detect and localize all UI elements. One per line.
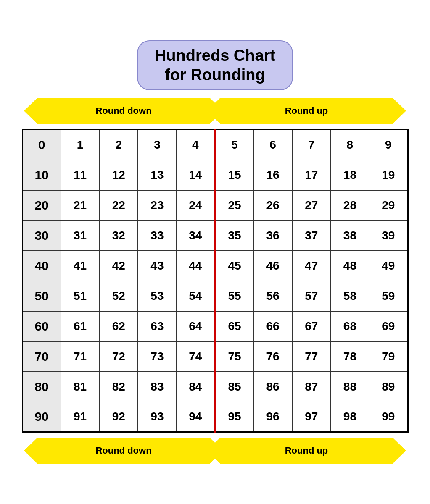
number-cell: 45 (215, 251, 253, 281)
number-cell: 64 (177, 311, 215, 341)
tens-cell: 40 (22, 251, 61, 281)
number-cell: 85 (215, 372, 253, 402)
bottom-arrow-left-container: Round down (37, 438, 213, 464)
number-cell: 13 (138, 160, 177, 190)
number-cell: 44 (177, 251, 215, 281)
title-box: Hundreds Chart for Rounding (137, 40, 293, 90)
number-cell: 47 (292, 251, 331, 281)
tens-cell: 70 (22, 341, 61, 372)
number-cell: 94 (177, 402, 215, 432)
table-row: 20212223242526272829 (22, 190, 408, 220)
number-cell: 65 (215, 311, 253, 341)
top-arrows: Round down Round up (22, 98, 409, 124)
number-cell: 88 (331, 372, 369, 402)
number-cell: 38 (331, 220, 369, 251)
tens-cell: 90 (22, 402, 61, 432)
number-cell: 51 (61, 281, 100, 311)
number-cell: 95 (215, 402, 253, 432)
table-row: 30313233343536373839 (22, 220, 408, 251)
number-cell: 69 (369, 311, 408, 341)
tens-cell: 30 (22, 220, 61, 251)
number-cell: 33 (138, 220, 177, 251)
number-cell: 35 (215, 220, 253, 251)
table-row: 80818283848586878889 (22, 372, 408, 402)
number-cell: 75 (215, 341, 253, 372)
number-cell: 34 (177, 220, 215, 251)
number-cell: 98 (331, 402, 369, 432)
number-cell: 27 (292, 190, 331, 220)
table-row: 90919293949596979899 (22, 402, 408, 432)
number-cell: 11 (61, 160, 100, 190)
number-cell: 54 (177, 281, 215, 311)
table-row: 10111213141516171819 (22, 160, 408, 190)
top-round-down-arrow: Round down (37, 98, 210, 124)
number-cell: 8 (331, 130, 369, 160)
number-cell: 68 (331, 311, 369, 341)
table-row: 40414243444546474849 (22, 251, 408, 281)
number-cell: 59 (369, 281, 408, 311)
number-cell: 81 (61, 372, 100, 402)
number-cell: 63 (138, 311, 177, 341)
title-text: Hundreds Chart for Rounding (155, 46, 275, 84)
number-cell: 71 (61, 341, 100, 372)
table-row: 50515253545556575859 (22, 281, 408, 311)
number-cell: 93 (138, 402, 177, 432)
number-cell: 25 (215, 190, 253, 220)
number-cell: 46 (253, 251, 292, 281)
number-cell: 9 (369, 130, 408, 160)
number-cell: 58 (331, 281, 369, 311)
number-cell: 3 (138, 130, 177, 160)
number-cell: 6 (253, 130, 292, 160)
number-cell: 82 (99, 372, 138, 402)
number-cell: 67 (292, 311, 331, 341)
number-cell: 56 (253, 281, 292, 311)
number-cell: 77 (292, 341, 331, 372)
number-cell: 19 (369, 160, 408, 190)
number-cell: 32 (99, 220, 138, 251)
number-cell: 62 (99, 311, 138, 341)
number-cell: 52 (99, 281, 138, 311)
number-cell: 83 (138, 372, 177, 402)
number-cell: 99 (369, 402, 408, 432)
number-cell: 5 (215, 130, 253, 160)
top-round-down-label: Round down (95, 105, 151, 116)
bottom-round-down-arrow: Round down (37, 438, 210, 464)
bottom-arrow-right-container: Round up (217, 438, 394, 464)
number-cell: 1 (61, 130, 100, 160)
top-round-up-label: Round up (285, 105, 328, 116)
number-cell: 22 (99, 190, 138, 220)
number-cell: 92 (99, 402, 138, 432)
number-cell: 78 (331, 341, 369, 372)
number-cell: 43 (138, 251, 177, 281)
number-cell: 53 (138, 281, 177, 311)
top-round-up-arrow: Round up (220, 98, 393, 124)
number-cell: 42 (99, 251, 138, 281)
number-cell: 84 (177, 372, 215, 402)
tens-cell: 60 (22, 311, 61, 341)
number-cell: 39 (369, 220, 408, 251)
number-cell: 26 (253, 190, 292, 220)
top-arrow-left-container: Round down (37, 98, 213, 124)
number-cell: 36 (253, 220, 292, 251)
top-arrow-right-container: Round up (217, 98, 394, 124)
number-cell: 87 (292, 372, 331, 402)
number-cell: 15 (215, 160, 253, 190)
main-container: Hundreds Chart for Rounding Round down R… (22, 40, 409, 464)
number-cell: 55 (215, 281, 253, 311)
number-cell: 37 (292, 220, 331, 251)
number-cell: 57 (292, 281, 331, 311)
number-cell: 48 (331, 251, 369, 281)
number-cell: 24 (177, 190, 215, 220)
number-cell: 21 (61, 190, 100, 220)
number-cell: 74 (177, 341, 215, 372)
number-cell: 49 (369, 251, 408, 281)
table-row: 0123456789 (22, 130, 408, 160)
tens-cell: 50 (22, 281, 61, 311)
tens-cell: 80 (22, 372, 61, 402)
tens-cell: 20 (22, 190, 61, 220)
bottom-arrows: Round down Round up (22, 438, 409, 464)
number-cell: 66 (253, 311, 292, 341)
tens-cell: 10 (22, 160, 61, 190)
number-cell: 86 (253, 372, 292, 402)
number-cell: 14 (177, 160, 215, 190)
